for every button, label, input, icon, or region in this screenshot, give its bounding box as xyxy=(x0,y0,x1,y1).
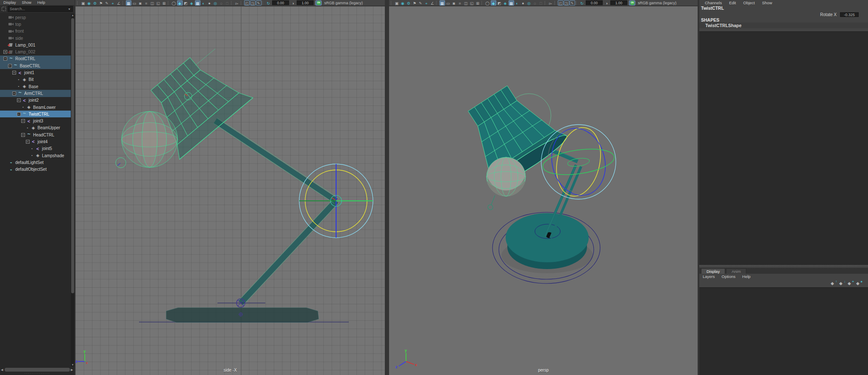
outliner-item-joint1[interactable]: −<joint1 xyxy=(0,69,75,76)
collapse-icon[interactable]: − xyxy=(16,112,22,116)
pull-chain[interactable] xyxy=(488,195,495,210)
film-gate-icon[interactable]: ▭ xyxy=(445,0,451,6)
gamma-field[interactable]: 1.00 xyxy=(297,0,314,5)
camera-attributes-icon[interactable]: ◉ xyxy=(86,0,92,6)
outliner-item-lampshade[interactable]: •◈Lampshade xyxy=(0,152,75,159)
exposure-icon[interactable]: ↻ xyxy=(579,0,585,6)
exposure-icon[interactable]: ↻ xyxy=(266,0,271,6)
lamp-base-mesh[interactable] xyxy=(506,213,589,269)
outliner-item-lamp_002[interactable]: +Lamp_002 xyxy=(0,48,75,55)
outliner-tree[interactable]: persptopfrontsideLamp_001+Lamp_002−~Root… xyxy=(0,13,75,367)
smooth-shade-icon[interactable]: ◆ xyxy=(491,0,496,6)
safe-action-icon[interactable]: ◱ xyxy=(469,0,475,6)
menu-help[interactable]: Help xyxy=(742,274,751,279)
expand-icon[interactable]: + xyxy=(3,50,8,54)
smooth-shade-icon[interactable]: ◆ xyxy=(177,0,183,6)
selection-filter-icon[interactable] xyxy=(2,7,6,11)
measure-icon[interactable]: ∠ xyxy=(430,0,435,6)
color-management-toggle[interactable]: ON xyxy=(315,0,322,6)
ambient-occlusion-icon[interactable]: ◎ xyxy=(526,0,532,6)
grid-toggle-icon[interactable]: ▦ xyxy=(440,0,445,6)
lamp-bulb-mesh[interactable] xyxy=(487,157,526,197)
outliner-item-beamupper[interactable]: •◈BeamUpper xyxy=(0,125,75,131)
scroll-left-icon[interactable]: ◀ xyxy=(1,368,4,372)
exposure-field[interactable]: 0.00 xyxy=(272,0,289,5)
outliner-item-base[interactable]: •◈Base xyxy=(0,83,75,90)
color-management-toggle[interactable]: ON xyxy=(629,0,635,6)
annotate-icon[interactable]: ✎ xyxy=(570,0,575,6)
field-chart-icon[interactable]: ◫ xyxy=(463,0,469,6)
motion-blur-icon[interactable]: ◌ xyxy=(532,0,538,6)
layer-list[interactable] xyxy=(699,287,868,375)
move-layer-down-button[interactable]: ◆↓ xyxy=(839,281,845,286)
copy-view-icon[interactable]: ◰ xyxy=(558,0,563,6)
outliner-item-beamlower[interactable]: •◈BeamLower xyxy=(0,104,75,111)
outliner-menu-help[interactable]: Help xyxy=(37,0,45,5)
default-material-icon[interactable]: ▩ xyxy=(195,0,200,6)
shadows-icon[interactable]: ● xyxy=(520,0,526,6)
gear-icon[interactable]: ⚙ xyxy=(92,0,98,6)
lamp-lower-arm[interactable] xyxy=(239,198,339,305)
menu-options[interactable]: Options xyxy=(722,274,736,279)
outliner-item-twistctrl[interactable]: −~TwistCTRL xyxy=(0,111,75,117)
scroll-right-icon[interactable]: ▶ xyxy=(71,368,74,372)
grease-pencil-icon[interactable]: ✎ xyxy=(418,0,423,6)
scrollbar-thumb[interactable] xyxy=(5,368,70,372)
outliner-item-armctrl[interactable]: −~ArmCTRL xyxy=(0,90,75,97)
contrast-icon[interactable]: ◑ xyxy=(290,0,296,6)
menu-layers[interactable]: Layers xyxy=(703,274,715,279)
lamp-bulb-wireframe[interactable] xyxy=(122,111,178,167)
bookmark-icon[interactable]: ⚑ xyxy=(98,0,104,6)
zoom-region-icon[interactable]: ⌖ xyxy=(110,0,116,6)
panel-resize-grip[interactable]: ·············· xyxy=(0,372,75,375)
viewport-canvas-persp[interactable]: y z x persp xyxy=(389,6,698,375)
camera-attributes-icon[interactable]: ◉ xyxy=(400,0,406,6)
hud-icon[interactable]: ⊞ xyxy=(475,0,481,6)
attribute-label[interactable]: Rotate X xyxy=(820,12,837,17)
outliner-horizontal-scrollbar[interactable]: ◀ ▶ ·············· xyxy=(0,367,75,375)
hud-icon[interactable]: ⊞ xyxy=(161,0,167,6)
resolution-gate-icon[interactable]: ◙ xyxy=(138,0,143,6)
annotate-icon[interactable]: ✎ xyxy=(256,0,262,6)
resolution-gate-icon[interactable]: ◙ xyxy=(451,0,457,6)
wireframe-icon[interactable]: ◯ xyxy=(485,0,490,6)
film-gate-icon[interactable]: ▭ xyxy=(132,0,137,6)
motion-blur-icon[interactable]: ◌ xyxy=(219,0,224,6)
shade-ctrl-curve[interactable] xyxy=(116,158,126,168)
outliner-item-bit[interactable]: •◈Bit xyxy=(0,76,75,83)
grid-toggle-icon[interactable]: ▦ xyxy=(126,0,131,6)
camera-icon[interactable]: ▣ xyxy=(81,0,86,6)
view-transform-select[interactable]: sRGB gamma (legacy) xyxy=(638,1,676,5)
scrollbar-thumb[interactable] xyxy=(71,18,74,293)
field-chart-icon[interactable]: ◫ xyxy=(150,0,155,6)
collapse-icon[interactable]: − xyxy=(7,64,13,68)
bookmark-icon[interactable]: ⚑ xyxy=(412,0,417,6)
wireframe-icon[interactable]: ◯ xyxy=(171,0,177,6)
menu-channels[interactable]: Channels xyxy=(705,0,722,5)
collapse-icon[interactable]: − xyxy=(20,133,26,137)
wireframe-on-shaded-icon[interactable]: ◈ xyxy=(189,0,195,6)
new-layer-from-selected-button[interactable]: ◆● xyxy=(856,281,862,286)
textured-icon[interactable]: ◩ xyxy=(497,0,502,6)
outliner-item-joint3[interactable]: −<joint3 xyxy=(0,117,75,124)
outliner-item-basectrl[interactable]: −~BaseCTRL xyxy=(0,62,75,69)
lamp-upper-arm[interactable] xyxy=(214,118,338,203)
outliner-item-joint4[interactable]: −<joint4 xyxy=(0,138,75,145)
new-empty-layer-button[interactable]: ◆+ xyxy=(848,281,854,286)
outliner-item-lamp_001[interactable]: Lamp_001 xyxy=(0,42,75,48)
outliner-item-side[interactable]: side xyxy=(0,35,75,42)
isolate-select-icon[interactable]: ▻ xyxy=(548,0,554,6)
outliner-item-persp[interactable]: persp xyxy=(0,14,75,21)
default-material-icon[interactable]: ▩ xyxy=(509,0,514,6)
textured-icon[interactable]: ◩ xyxy=(183,0,189,6)
exposure-field[interactable]: 0.00 xyxy=(586,0,603,5)
menu-object[interactable]: Object xyxy=(743,0,755,5)
outliner-item-joint5[interactable]: •<joint5 xyxy=(0,145,75,152)
grease-pencil-icon[interactable]: ✎ xyxy=(104,0,110,6)
scroll-up-icon[interactable]: ▲ xyxy=(71,14,75,17)
outliner-item-rootctrl[interactable]: −~RootCTRL xyxy=(0,56,75,62)
chevron-down-icon[interactable]: ▼ xyxy=(68,8,71,11)
move-layer-up-button[interactable]: ◆↑ xyxy=(831,281,837,286)
measure-icon[interactable]: ∠ xyxy=(116,0,122,6)
outliner-menu-display[interactable]: Display xyxy=(3,0,16,5)
